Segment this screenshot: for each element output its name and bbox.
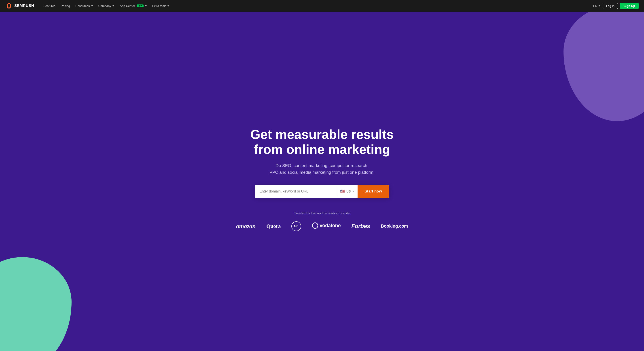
trusted-label: Trusted by the world's leading brands <box>236 211 408 215</box>
forbes-logo: Forbes <box>351 223 370 230</box>
hero-title: Get measurable results from online marke… <box>236 127 408 157</box>
chevron-down-icon <box>91 5 93 6</box>
signup-button[interactable]: Sign Up <box>620 3 639 9</box>
green-blob-decoration <box>0 257 72 351</box>
chevron-down-icon <box>353 191 354 192</box>
nav-company[interactable]: Company <box>96 3 117 9</box>
new-badge: NEW <box>137 4 144 7</box>
nav-resources[interactable]: Resources <box>73 3 95 9</box>
nav-features[interactable]: Features <box>41 3 58 9</box>
country-selector[interactable]: 🇺🇸 US <box>337 185 357 198</box>
nav-links: Features Pricing Resources Company App C… <box>41 3 593 9</box>
chevron-down-icon <box>112 5 114 6</box>
svg-point-2 <box>8 4 10 8</box>
booking-logo: Booking.com <box>381 224 408 229</box>
logo[interactable]: SEMRUSH <box>5 2 34 10</box>
hero-content: Get measurable results from online marke… <box>236 127 408 231</box>
chevron-down-icon <box>598 5 600 6</box>
vodafone-circle-icon <box>312 222 318 229</box>
nav-right: EN Log In Sign Up <box>593 3 639 9</box>
amazon-logo: amazon <box>236 223 256 230</box>
purple-blob-decoration <box>564 12 644 121</box>
search-bar: 🇺🇸 US Start now <box>255 185 389 198</box>
start-now-button[interactable]: Start now <box>358 185 389 198</box>
login-button[interactable]: Log In <box>603 3 618 9</box>
vodafone-logo: vodafone <box>312 222 340 230</box>
language-selector[interactable]: EN <box>593 4 600 8</box>
nav-extra-tools[interactable]: Extra tools <box>150 3 172 9</box>
logo-text: SEMRUSH <box>14 4 34 8</box>
nav-pricing[interactable]: Pricing <box>58 3 72 9</box>
nav-app-center[interactable]: App Center NEW <box>118 3 149 9</box>
search-input[interactable] <box>255 185 337 198</box>
hero-subtitle: Do SEO, content marketing, competitor re… <box>260 162 384 176</box>
flag-icon: 🇺🇸 <box>340 189 345 194</box>
chevron-down-icon <box>145 5 147 6</box>
navbar: SEMRUSH Features Pricing Resources Compa… <box>0 0 644 12</box>
ge-logo: GE <box>291 221 301 231</box>
chevron-down-icon <box>168 5 169 6</box>
quora-logo: Quora <box>266 223 281 229</box>
brand-logos: amazon Quora GE vodafone Forbes Booking.… <box>236 221 408 231</box>
hero-section: Get measurable results from online marke… <box>0 12 644 351</box>
